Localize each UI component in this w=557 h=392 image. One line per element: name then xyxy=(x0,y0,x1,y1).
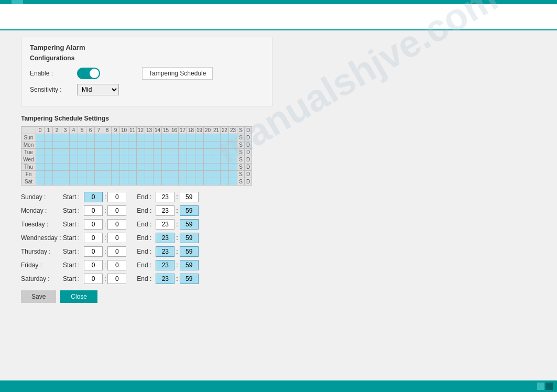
start-min-2[interactable] xyxy=(107,219,126,230)
grid-cell-fri-5[interactable] xyxy=(78,171,86,178)
grid-cell-sun-9[interactable] xyxy=(112,134,120,141)
grid-cell-mon-18[interactable] xyxy=(187,141,195,149)
grid-cell-wed-0[interactable] xyxy=(36,156,45,164)
grid-cell-sun-4[interactable] xyxy=(70,134,78,141)
end-hour-3[interactable] xyxy=(156,233,174,243)
enable-toggle[interactable] xyxy=(77,68,100,79)
grid-cell-wed-1[interactable] xyxy=(45,156,53,164)
grid-cell-mon-7[interactable] xyxy=(95,141,103,149)
grid-cell-sat-3[interactable] xyxy=(61,178,70,186)
grid-cell-fri-20[interactable] xyxy=(204,171,212,178)
grid-cell-wed-4[interactable] xyxy=(70,156,78,164)
grid-cell-wed-10[interactable] xyxy=(120,156,128,164)
grid-cell-fri-17[interactable] xyxy=(179,171,187,178)
end-min-3[interactable] xyxy=(180,233,199,243)
grid-cell-sun-7[interactable] xyxy=(95,134,103,141)
grid-cell-wed-9[interactable] xyxy=(112,156,120,164)
grid-cell-wed-18[interactable] xyxy=(187,156,195,164)
grid-cell-mon-23[interactable] xyxy=(229,141,237,149)
end-min-0[interactable] xyxy=(180,192,199,202)
end-min-4[interactable] xyxy=(180,246,199,257)
grid-cell-tue-13[interactable] xyxy=(145,149,154,156)
grid-cell-tue-2[interactable] xyxy=(53,149,61,156)
grid-cell-sun-0[interactable] xyxy=(36,134,45,141)
grid-cell-tue-4[interactable] xyxy=(70,149,78,156)
grid-cell-sun-15[interactable] xyxy=(162,134,170,141)
grid-cell-tue-7[interactable] xyxy=(95,149,103,156)
grid-cell-fri-1[interactable] xyxy=(45,171,53,178)
grid-cell-sat-10[interactable] xyxy=(120,178,128,186)
grid-cell-mon-19[interactable] xyxy=(195,141,204,149)
grid-cell-sun-16[interactable] xyxy=(170,134,179,141)
grid-cell-sat-14[interactable] xyxy=(154,178,162,186)
grid-cell-fri-23[interactable] xyxy=(229,171,237,178)
grid-cell-sat-13[interactable] xyxy=(145,178,154,186)
grid-cell-sat-12[interactable] xyxy=(137,178,145,186)
grid-cell-sun-8[interactable] xyxy=(103,134,112,141)
grid-cell-mon-15[interactable] xyxy=(162,141,170,149)
grid-cell-tue-19[interactable] xyxy=(195,149,204,156)
grid-cell-wed-6[interactable] xyxy=(86,156,95,164)
grid-cell-wed-13[interactable] xyxy=(145,156,154,164)
end-hour-5[interactable] xyxy=(156,260,174,270)
start-hour-5[interactable] xyxy=(84,260,103,270)
close-button[interactable]: Close xyxy=(60,290,97,303)
grid-cell-thu-20[interactable] xyxy=(204,164,212,171)
grid-cell-fri-15[interactable] xyxy=(162,171,170,178)
grid-cell-sat-9[interactable] xyxy=(112,178,120,186)
grid-cell-tue-11[interactable] xyxy=(128,149,137,156)
grid-cell-thu-9[interactable] xyxy=(112,164,120,171)
grid-cell-sat-16[interactable] xyxy=(170,178,179,186)
grid-cell-fri-14[interactable] xyxy=(154,171,162,178)
sensitivity-select[interactable]: Low Mid High xyxy=(77,84,119,95)
grid-cell-fri-13[interactable] xyxy=(145,171,154,178)
grid-cell-sat-6[interactable] xyxy=(86,178,95,186)
start-min-5[interactable] xyxy=(107,260,126,270)
start-hour-1[interactable] xyxy=(84,205,103,216)
grid-cell-fri-19[interactable] xyxy=(195,171,204,178)
grid-cell-sat-0[interactable] xyxy=(36,178,45,186)
grid-cell-tue-20[interactable] xyxy=(204,149,212,156)
grid-cell-wed-7[interactable] xyxy=(95,156,103,164)
grid-cell-wed-17[interactable] xyxy=(179,156,187,164)
grid-cell-sat-4[interactable] xyxy=(70,178,78,186)
grid-cell-mon-4[interactable] xyxy=(70,141,78,149)
grid-cell-sat-22[interactable] xyxy=(221,178,229,186)
grid-cell-wed-15[interactable] xyxy=(162,156,170,164)
grid-cell-sun-6[interactable] xyxy=(86,134,95,141)
grid-cell-fri-10[interactable] xyxy=(120,171,128,178)
grid-cell-thu-22[interactable] xyxy=(221,164,229,171)
grid-cell-mon-17[interactable] xyxy=(179,141,187,149)
grid-cell-thu-3[interactable] xyxy=(61,164,70,171)
end-min-5[interactable] xyxy=(180,260,199,270)
grid-cell-wed-2[interactable] xyxy=(53,156,61,164)
grid-cell-wed-8[interactable] xyxy=(103,156,112,164)
grid-cell-fri-12[interactable] xyxy=(137,171,145,178)
start-min-0[interactable] xyxy=(107,192,126,202)
end-hour-6[interactable] xyxy=(156,274,174,284)
start-hour-6[interactable] xyxy=(84,274,103,284)
grid-cell-mon-3[interactable] xyxy=(61,141,70,149)
grid-cell-thu-6[interactable] xyxy=(86,164,95,171)
grid-cell-tue-22[interactable] xyxy=(221,149,229,156)
grid-cell-fri-3[interactable] xyxy=(61,171,70,178)
grid-cell-mon-13[interactable] xyxy=(145,141,154,149)
grid-cell-thu-0[interactable] xyxy=(36,164,45,171)
grid-cell-wed-16[interactable] xyxy=(170,156,179,164)
grid-cell-sun-13[interactable] xyxy=(145,134,154,141)
grid-cell-mon-8[interactable] xyxy=(103,141,112,149)
grid-cell-wed-5[interactable] xyxy=(78,156,86,164)
grid-cell-fri-18[interactable] xyxy=(187,171,195,178)
grid-cell-sat-5[interactable] xyxy=(78,178,86,186)
grid-cell-thu-14[interactable] xyxy=(154,164,162,171)
grid-cell-sun-12[interactable] xyxy=(137,134,145,141)
grid-cell-tue-6[interactable] xyxy=(86,149,95,156)
end-min-6[interactable] xyxy=(180,274,199,284)
grid-cell-thu-4[interactable] xyxy=(70,164,78,171)
grid-cell-sun-2[interactable] xyxy=(53,134,61,141)
grid-cell-sun-14[interactable] xyxy=(154,134,162,141)
start-hour-4[interactable] xyxy=(84,246,103,257)
grid-cell-mon-14[interactable] xyxy=(154,141,162,149)
grid-cell-sat-19[interactable] xyxy=(195,178,204,186)
end-min-2[interactable] xyxy=(180,219,199,230)
